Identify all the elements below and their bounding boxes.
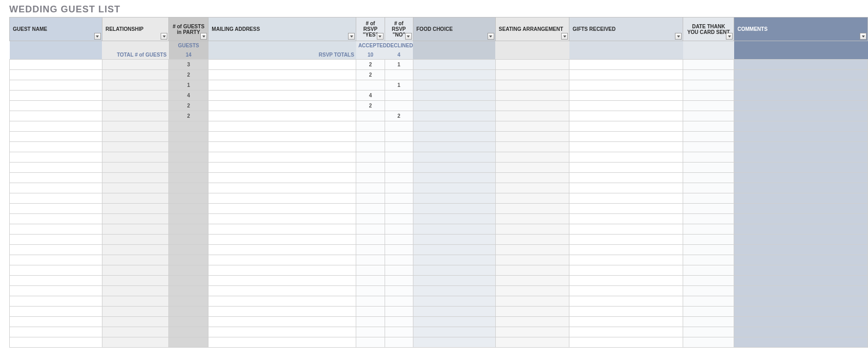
cell-no[interactable]	[385, 70, 413, 80]
cell-relationship[interactable]	[102, 111, 168, 121]
cell-food[interactable]	[413, 183, 495, 193]
filter-dropdown-icon[interactable]	[348, 33, 355, 40]
cell-thank[interactable]	[683, 245, 734, 255]
cell-seating[interactable]	[495, 265, 569, 276]
cell-thank[interactable]	[683, 193, 734, 204]
cell-thank[interactable]	[683, 183, 734, 193]
cell-yes[interactable]: 2	[356, 70, 385, 80]
cell-guest_name[interactable]	[10, 80, 102, 91]
cell-seating[interactable]	[495, 101, 569, 111]
cell-mailing[interactable]	[209, 91, 356, 101]
cell-seating[interactable]	[495, 111, 569, 121]
cell-yes[interactable]	[356, 173, 385, 183]
cell-comments[interactable]	[734, 317, 868, 327]
cell-party[interactable]	[169, 183, 209, 193]
cell-thank[interactable]	[683, 111, 734, 121]
cell-seating[interactable]	[495, 204, 569, 214]
cell-comments[interactable]	[734, 60, 868, 70]
cell-party[interactable]: 2	[169, 70, 209, 80]
filter-dropdown-icon[interactable]	[200, 33, 207, 40]
cell-mailing[interactable]	[209, 286, 356, 296]
cell-no[interactable]	[385, 132, 413, 142]
cell-gifts[interactable]	[569, 183, 683, 193]
cell-gifts[interactable]	[569, 337, 683, 348]
cell-mailing[interactable]	[209, 214, 356, 224]
cell-comments[interactable]	[734, 245, 868, 255]
cell-gifts[interactable]	[569, 204, 683, 214]
cell-food[interactable]	[413, 327, 495, 337]
cell-party[interactable]	[169, 163, 209, 173]
cell-no[interactable]	[385, 183, 413, 193]
cell-relationship[interactable]	[102, 91, 168, 101]
cell-thank[interactable]	[683, 91, 734, 101]
cell-seating[interactable]	[495, 317, 569, 327]
cell-yes[interactable]	[356, 276, 385, 286]
cell-comments[interactable]	[734, 276, 868, 286]
cell-seating[interactable]	[495, 91, 569, 101]
cell-relationship[interactable]	[102, 132, 168, 142]
cell-no[interactable]	[385, 173, 413, 183]
cell-party[interactable]	[169, 307, 209, 317]
cell-relationship[interactable]	[102, 317, 168, 327]
cell-yes[interactable]	[356, 204, 385, 214]
cell-gifts[interactable]	[569, 80, 683, 91]
cell-party[interactable]	[169, 296, 209, 307]
cell-thank[interactable]	[683, 255, 734, 265]
cell-relationship[interactable]	[102, 214, 168, 224]
cell-gifts[interactable]	[569, 91, 683, 101]
cell-seating[interactable]	[495, 214, 569, 224]
cell-mailing[interactable]	[209, 70, 356, 80]
cell-food[interactable]	[413, 276, 495, 286]
cell-no[interactable]	[385, 307, 413, 317]
cell-relationship[interactable]	[102, 142, 168, 152]
cell-party[interactable]	[169, 317, 209, 327]
cell-comments[interactable]	[734, 183, 868, 193]
cell-seating[interactable]	[495, 121, 569, 132]
cell-mailing[interactable]	[209, 327, 356, 337]
cell-no[interactable]	[385, 163, 413, 173]
cell-no[interactable]	[385, 265, 413, 276]
cell-gifts[interactable]	[569, 132, 683, 142]
cell-no[interactable]	[385, 337, 413, 348]
cell-party[interactable]	[169, 276, 209, 286]
cell-relationship[interactable]	[102, 296, 168, 307]
cell-gifts[interactable]	[569, 152, 683, 163]
cell-yes[interactable]	[356, 163, 385, 173]
cell-relationship[interactable]	[102, 245, 168, 255]
cell-party[interactable]	[169, 173, 209, 183]
cell-no[interactable]	[385, 276, 413, 286]
cell-guest_name[interactable]	[10, 276, 102, 286]
cell-guest_name[interactable]	[10, 235, 102, 245]
cell-yes[interactable]: 2	[356, 101, 385, 111]
cell-yes[interactable]	[356, 296, 385, 307]
cell-food[interactable]	[413, 163, 495, 173]
cell-party[interactable]	[169, 132, 209, 142]
cell-relationship[interactable]	[102, 80, 168, 91]
cell-food[interactable]	[413, 142, 495, 152]
cell-guest_name[interactable]	[10, 245, 102, 255]
cell-comments[interactable]	[734, 235, 868, 245]
cell-no[interactable]	[385, 296, 413, 307]
filter-dropdown-icon[interactable]	[561, 33, 568, 40]
cell-thank[interactable]	[683, 235, 734, 245]
cell-thank[interactable]	[683, 276, 734, 286]
cell-thank[interactable]	[683, 214, 734, 224]
cell-party[interactable]	[169, 204, 209, 214]
cell-gifts[interactable]	[569, 214, 683, 224]
cell-mailing[interactable]	[209, 101, 356, 111]
cell-comments[interactable]	[734, 121, 868, 132]
cell-mailing[interactable]	[209, 193, 356, 204]
cell-party[interactable]	[169, 224, 209, 235]
cell-yes[interactable]	[356, 265, 385, 276]
cell-mailing[interactable]	[209, 80, 356, 91]
cell-guest_name[interactable]	[10, 101, 102, 111]
cell-mailing[interactable]	[209, 317, 356, 327]
cell-mailing[interactable]	[209, 204, 356, 214]
cell-party[interactable]	[169, 255, 209, 265]
cell-comments[interactable]	[734, 101, 868, 111]
cell-gifts[interactable]	[569, 111, 683, 121]
cell-seating[interactable]	[495, 142, 569, 152]
cell-seating[interactable]	[495, 152, 569, 163]
cell-comments[interactable]	[734, 286, 868, 296]
cell-comments[interactable]	[734, 91, 868, 101]
